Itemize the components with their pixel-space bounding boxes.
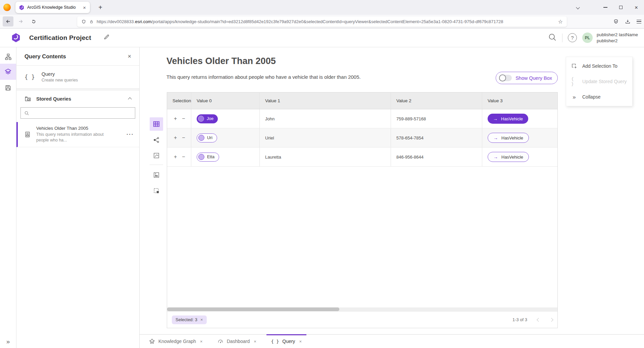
more-options-ellipsis-icon[interactable]: ··· bbox=[127, 131, 134, 137]
tab-query[interactable]: { } Query × bbox=[266, 335, 306, 348]
horizontal-scrollbar[interactable] bbox=[167, 307, 557, 311]
help-icon[interactable]: ? bbox=[568, 33, 577, 42]
collapse-section-chevron-icon[interactable] bbox=[129, 96, 131, 102]
stored-queries-header[interactable]: Stored Queries bbox=[16, 91, 139, 105]
tab-dashboard[interactable]: Dashboard × bbox=[213, 335, 261, 348]
selected-count-chip[interactable]: Selected: 3 × bbox=[172, 315, 207, 324]
account-shield-icon[interactable] bbox=[613, 19, 619, 24]
back-button[interactable] bbox=[3, 16, 13, 26]
add-to-selection-button[interactable]: + bbox=[174, 135, 177, 141]
menu-item-collapse[interactable]: » Collapse bbox=[566, 89, 632, 105]
stored-query-doc-icon bbox=[24, 131, 31, 138]
search-icon[interactable] bbox=[543, 33, 562, 43]
chart-view-icon[interactable] bbox=[150, 149, 163, 162]
map-view-icon[interactable] bbox=[150, 168, 163, 182]
clear-selection-icon[interactable]: × bbox=[200, 317, 203, 322]
stored-queries-searchbox[interactable] bbox=[20, 107, 135, 119]
toggle-label: Show Query Box bbox=[515, 75, 552, 81]
table-view-icon[interactable] bbox=[150, 117, 163, 131]
tab-close-icon[interactable]: × bbox=[299, 339, 302, 344]
firefox-logo-icon[interactable] bbox=[3, 4, 11, 11]
url-text: https://dev0028833.esri.com/portal/apps/… bbox=[97, 19, 555, 24]
tab-close-icon[interactable]: × bbox=[200, 339, 203, 344]
column-header-value1: Value 1 bbox=[260, 93, 391, 109]
relationship-cell: →HasVehicle bbox=[482, 109, 557, 128]
pagination: 1-3 of 3 bbox=[512, 317, 553, 322]
previous-page-chevron-icon[interactable] bbox=[537, 318, 540, 321]
entity-dot-icon bbox=[198, 116, 204, 122]
tab-knowledge-graph[interactable]: Knowledge Graph × bbox=[144, 335, 207, 348]
remove-from-selection-button[interactable]: − bbox=[182, 116, 185, 122]
arrow-right-icon: → bbox=[493, 116, 498, 121]
library-save-icon[interactable] bbox=[625, 19, 631, 24]
tab-close-icon[interactable]: × bbox=[254, 339, 256, 344]
tracking-protection-shield-icon[interactable] bbox=[81, 19, 86, 24]
avatar[interactable]: PL bbox=[582, 33, 593, 43]
query-item-title: Query bbox=[42, 71, 78, 77]
url-bar[interactable]: https://dev0028833.esri.com/portal/apps/… bbox=[77, 16, 567, 27]
table-row: + − Etta Lauretta 846-956-8644 →HasVehic… bbox=[167, 148, 557, 167]
lock-icon[interactable] bbox=[89, 19, 94, 24]
menu-item-label: Update Stored Query bbox=[582, 79, 627, 84]
menu-item-add-selection-to[interactable]: Add Selection To bbox=[566, 58, 632, 74]
selection-tool-icon[interactable] bbox=[150, 184, 163, 197]
selection-context-menu: Add Selection To { } Update Stored Query… bbox=[566, 57, 632, 106]
tab-close-icon[interactable]: × bbox=[82, 5, 87, 10]
query-braces-icon: { } bbox=[24, 74, 35, 80]
panel-title: Query Contents bbox=[24, 53, 66, 60]
new-query-item[interactable]: { } Query Create new queries bbox=[16, 66, 139, 89]
browser-toolbar: https://dev0028833.esri.com/portal/apps/… bbox=[0, 15, 644, 28]
entity-pill[interactable]: Uri bbox=[197, 133, 217, 142]
expand-rail-chevrons-icon[interactable]: » bbox=[0, 338, 16, 345]
data-model-tree-icon[interactable] bbox=[0, 49, 16, 65]
relationship-cell: →HasVehicle bbox=[482, 128, 557, 147]
entity-cell: Joe bbox=[191, 109, 260, 128]
table-row: + − Joe John 759-889-57168 →HasVehicle bbox=[167, 109, 557, 128]
panel-close-icon[interactable]: × bbox=[128, 53, 131, 60]
user-name[interactable]: publisher2 lastName publisher2 bbox=[597, 32, 638, 44]
table-header-row: Selection Value 0 Value 1 Value 2 Value … bbox=[167, 93, 557, 109]
next-page-chevron-icon[interactable] bbox=[550, 318, 553, 321]
menu-item-update-stored-query: { } Update Stored Query bbox=[566, 74, 632, 89]
layers-contents-icon[interactable] bbox=[0, 64, 16, 80]
save-icon[interactable] bbox=[0, 80, 16, 96]
hamburger-menu-icon[interactable] bbox=[637, 20, 641, 23]
scrollbar-thumb[interactable] bbox=[167, 307, 339, 311]
bookmark-star-icon[interactable]: ☆ bbox=[558, 18, 563, 25]
query-title: Vehicles Older Than 2005 bbox=[166, 56, 276, 66]
link-chart-view-icon[interactable] bbox=[150, 133, 163, 147]
entity-pill[interactable]: Etta bbox=[197, 153, 219, 162]
remove-from-selection-button[interactable]: − bbox=[182, 135, 185, 141]
menu-item-label: Collapse bbox=[582, 94, 600, 100]
add-to-selection-button[interactable]: + bbox=[174, 154, 177, 160]
relationship-pill[interactable]: →HasVehicle bbox=[488, 114, 528, 124]
search-input[interactable] bbox=[32, 111, 132, 116]
minimize-button[interactable] bbox=[598, 0, 613, 15]
browser-tab[interactable]: ArcGIS Knowledge Studio × bbox=[15, 2, 90, 13]
relationship-cell: →HasVehicle bbox=[482, 148, 557, 166]
show-query-box-toggle[interactable]: Show Query Box bbox=[496, 72, 558, 84]
relationship-pill[interactable]: →HasVehicle bbox=[488, 152, 529, 162]
value1-cell: John bbox=[260, 109, 391, 128]
new-tab-button[interactable]: + bbox=[95, 4, 105, 11]
knowledge-graph-icon bbox=[149, 338, 155, 344]
edit-title-pencil-icon[interactable] bbox=[103, 34, 110, 42]
maximize-button[interactable] bbox=[613, 0, 629, 15]
value2-cell: 578-654-7854 bbox=[391, 128, 482, 147]
add-to-selection-button[interactable]: + bbox=[174, 116, 177, 122]
tab-label: Knowledge Graph bbox=[158, 339, 196, 344]
relationship-pill[interactable]: →HasVehicle bbox=[488, 133, 529, 143]
app-window: ArcGIS Knowledge Studio × + × https://de… bbox=[0, 0, 644, 348]
stored-query-item[interactable]: Vehicles Older Than 2005 This query retu… bbox=[16, 122, 139, 147]
forward-button[interactable] bbox=[15, 16, 26, 26]
view-tab-bar: Knowledge Graph × Dashboard × { } Query … bbox=[140, 334, 644, 348]
selection-cell: + − bbox=[167, 148, 191, 166]
entity-pill[interactable]: Joe bbox=[197, 114, 218, 123]
list-tabs-chevron-icon[interactable] bbox=[570, 0, 586, 15]
close-window-button[interactable]: × bbox=[629, 0, 644, 15]
toggle-switch[interactable] bbox=[499, 75, 512, 81]
reload-button[interactable] bbox=[28, 16, 39, 26]
remove-from-selection-button[interactable]: − bbox=[182, 154, 185, 160]
query-item-subtitle: Create new queries bbox=[42, 78, 78, 82]
query-results-table: Selection Value 0 Value 1 Value 2 Value … bbox=[167, 92, 558, 328]
